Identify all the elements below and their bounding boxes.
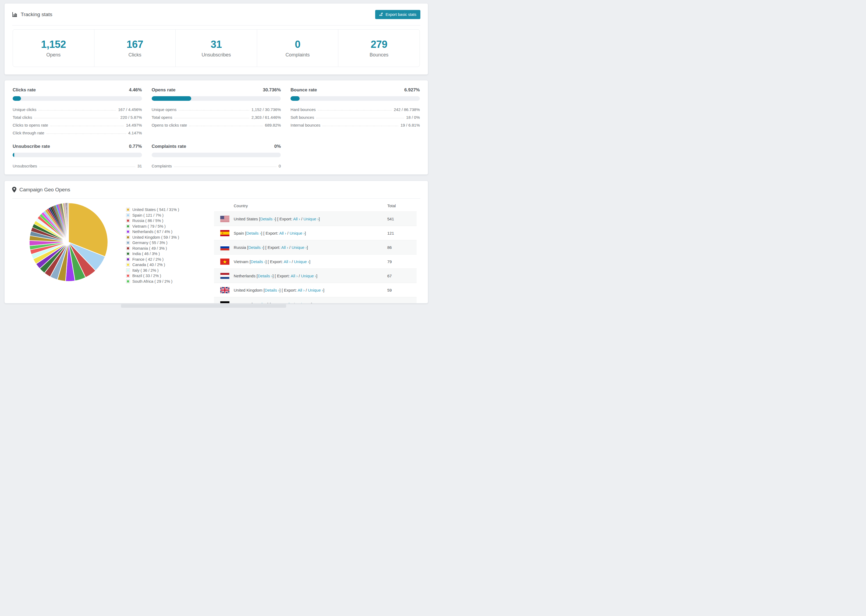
export-all-link[interactable]: All › <box>291 273 298 278</box>
rate-detail-label: Total opens <box>152 115 172 119</box>
legend-item[interactable]: Romania ( 49 / 3% ) <box>126 246 179 251</box>
slash: / <box>292 302 296 304</box>
rate-detail-label: Opens to clicks rate <box>152 123 187 127</box>
table-row-nl: Netherlands [Details ›] [ Export: All › … <box>214 269 417 283</box>
country-column-header: Country <box>214 203 387 208</box>
rate-detail-value: 220 / 5.87% <box>120 115 142 119</box>
legend-label: Italy ( 36 / 2% ) <box>132 268 159 272</box>
legend-item[interactable]: South Africa ( 29 / 2% ) <box>126 279 179 284</box>
geo-opens-pie-chart[interactable] <box>28 201 109 283</box>
rates-card: Clicks rate4.46%Unique clicks167 / 4.456… <box>4 80 428 175</box>
rate-block-unsubscribe-rate: Unsubscribe rate0.77%Unsubscribes31 <box>13 144 142 168</box>
legend-swatch <box>126 214 130 217</box>
summary-metric-value: 0 <box>295 39 301 50</box>
country-cell: Netherlands [Details ›] [ Export: All › … <box>234 273 387 278</box>
dotted-leader <box>39 167 135 167</box>
legend-item[interactable]: France ( 42 / 2% ) <box>126 257 179 262</box>
geo-header-divider <box>12 198 420 199</box>
slash: / <box>288 245 292 250</box>
export-all-link[interactable]: All › <box>286 302 293 304</box>
country-name: Netherlands <box>234 273 257 278</box>
rate-detail-label: Unique opens <box>152 107 177 112</box>
legend-item[interactable]: United States ( 541 / 31% ) <box>126 207 179 212</box>
bracket: ] [ <box>279 288 283 292</box>
details-link[interactable]: Details › <box>246 231 261 236</box>
details-link[interactable]: Details › <box>251 259 265 264</box>
export-unique-link[interactable]: Unique › <box>296 302 311 304</box>
flag-icon-ru <box>214 244 234 250</box>
country-cell: Russia [Details ›] [ Export: All › / Uni… <box>234 245 387 250</box>
summary-metrics-row: 1,152Opens167Clicks31Unsubscribes0Compla… <box>13 29 420 67</box>
legend-item[interactable]: United Kingdom ( 59 / 3% ) <box>126 235 179 240</box>
legend-item[interactable]: Vietnam ( 79 / 5% ) <box>126 224 179 229</box>
flag-icon-nl <box>214 273 234 279</box>
summary-metric-label: Bounces <box>370 52 388 58</box>
legend-swatch <box>126 208 130 212</box>
dotted-leader <box>35 118 118 118</box>
legend-swatch <box>126 269 130 272</box>
legend-item[interactable]: Netherlands ( 67 / 4% ) <box>126 229 179 235</box>
legend-swatch <box>126 252 130 256</box>
export-unique-link[interactable]: Unique › <box>291 245 307 250</box>
rate-detail-row: Complaints0 <box>152 160 281 168</box>
details-link[interactable]: Details › <box>252 302 267 304</box>
export-unique-link[interactable]: Unique › <box>294 259 309 264</box>
legend-label: Romania ( 49 / 3% ) <box>132 246 167 250</box>
export-basic-stats-button[interactable]: Export basic stats <box>375 10 420 19</box>
legend-swatch <box>126 230 130 234</box>
rate-detail-label: Hard bounces <box>290 107 315 112</box>
tracking-stats-title-group: Tracking stats <box>12 11 52 17</box>
legend-item[interactable]: India ( 46 / 3% ) <box>126 251 179 257</box>
rate-detail-value: 31 <box>137 164 142 168</box>
export-unique-link[interactable]: Unique › <box>290 231 305 236</box>
horizontal-scrollbar[interactable] <box>121 304 286 308</box>
rate-detail-rows: Unique clicks167 / 4.456%Total clicks220… <box>13 104 142 135</box>
export-all-link[interactable]: All › <box>298 288 305 292</box>
export-unique-link[interactable]: Unique › <box>308 288 323 292</box>
tracking-stats-card: Tracking stats Export basic stats 1,152O… <box>4 3 428 75</box>
rate-detail-row: Soft bounces18 / 0% <box>290 112 420 119</box>
details-link[interactable]: Details › <box>265 288 279 292</box>
export-label: Export: <box>265 231 279 236</box>
legend-item[interactable]: Spain ( 121 / 7% ) <box>126 212 179 218</box>
export-unique-link[interactable]: Unique › <box>301 273 316 278</box>
bracket: ] [ <box>261 231 265 236</box>
details-link[interactable]: Details › <box>260 217 275 221</box>
bracket: ] <box>305 231 306 236</box>
details-link[interactable]: Details › <box>248 245 263 250</box>
export-button-label: Export basic stats <box>386 13 416 17</box>
legend-label: France ( 42 / 2% ) <box>132 257 164 261</box>
legend-item[interactable]: Brazil ( 33 / 2% ) <box>126 273 179 279</box>
rate-detail-row: Total opens2,303 / 61.446% <box>152 112 281 119</box>
legend-label: Russia ( 86 / 5% ) <box>132 218 163 223</box>
rate-progress-track <box>290 96 420 101</box>
legend-item[interactable]: Canada ( 40 / 2% ) <box>126 262 179 268</box>
rate-progress-track <box>13 152 142 157</box>
rate-block-clicks-rate: Clicks rate4.46%Unique clicks167 / 4.456… <box>13 87 142 135</box>
rate-detail-label: Total clicks <box>13 115 32 119</box>
rate-detail-value: 0 <box>279 164 281 168</box>
legend-label: India ( 46 / 3% ) <box>132 251 160 256</box>
bar-chart-icon <box>12 12 18 17</box>
country-cell: United States [Details ›] [ Export: All … <box>234 217 387 221</box>
export-all-link[interactable]: All › <box>279 231 286 236</box>
export-unique-link[interactable]: Unique › <box>303 217 319 221</box>
flag-icon-us <box>214 216 234 222</box>
geo-title-group: Campaign Geo Opens <box>12 187 70 193</box>
legend-swatch <box>126 263 130 267</box>
legend-item[interactable]: Russia ( 86 / 5% ) <box>126 218 179 224</box>
details-link[interactable]: Details › <box>258 273 272 278</box>
legend-item[interactable]: Germany ( 55 / 3% ) <box>126 240 179 246</box>
legend-swatch <box>126 219 130 223</box>
legend-item[interactable]: Italy ( 36 / 2% ) <box>126 268 179 273</box>
bracket: ] [ <box>265 259 269 264</box>
rate-block-bounce-rate: Bounce rate6.927%Hard bounces242 / 86.73… <box>290 87 420 135</box>
rate-detail-value: 19 / 6.81% <box>400 123 420 127</box>
export-label: Export: <box>271 302 286 304</box>
export-all-link[interactable]: All › <box>284 259 291 264</box>
export-all-link[interactable]: All › <box>281 245 288 250</box>
export-all-link[interactable]: All › <box>293 217 300 221</box>
flag-icon-es <box>214 230 234 236</box>
legend-swatch <box>126 274 130 278</box>
dotted-leader <box>174 167 277 167</box>
